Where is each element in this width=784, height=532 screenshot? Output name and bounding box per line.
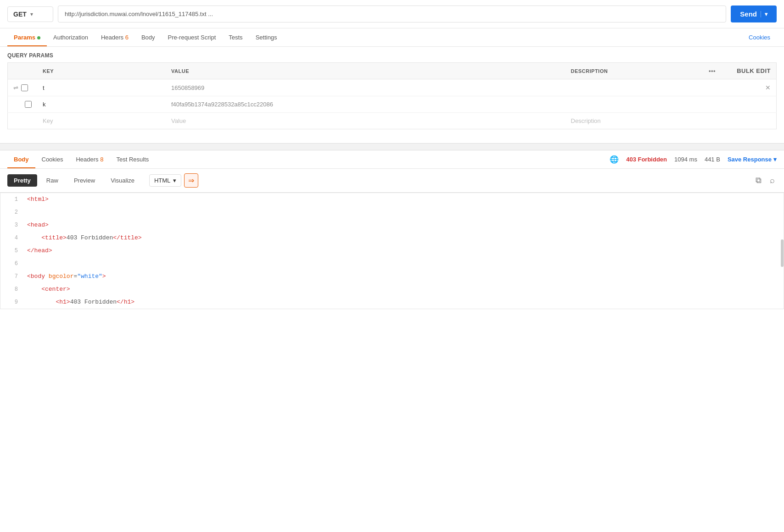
- row1-value[interactable]: 1650858969: [166, 79, 566, 96]
- row2-key[interactable]: k: [37, 96, 166, 113]
- method-chevron-icon: ▾: [30, 11, 33, 17]
- format-tab-visualize[interactable]: Visualize: [104, 174, 141, 187]
- row2-checkbox[interactable]: [25, 101, 32, 108]
- send-chevron-icon: ▾: [761, 11, 767, 17]
- row1-description[interactable]: [566, 79, 694, 96]
- search-button[interactable]: ⌕: [768, 174, 777, 187]
- col-header-bulk: Bulk Edit: [731, 63, 777, 79]
- code-line: 2: [0, 206, 784, 219]
- tab-tests[interactable]: Tests: [222, 28, 249, 46]
- params-dot: [37, 36, 40, 39]
- tab-headers[interactable]: Headers 6: [95, 28, 135, 46]
- send-button[interactable]: Send ▾: [731, 6, 777, 22]
- row1-key[interactable]: t: [37, 79, 166, 96]
- row3-controls: [8, 113, 38, 129]
- tab-authorization[interactable]: Authorization: [47, 28, 95, 46]
- tab-pre-request[interactable]: Pre-request Script: [162, 28, 223, 46]
- filter-icon[interactable]: ⇌: [13, 84, 18, 91]
- request-tab-bar: Params Authorization Headers 6 Body Pre-…: [0, 28, 784, 47]
- status-badge: 403 Forbidden: [626, 156, 667, 163]
- size-badge: 441 B: [705, 156, 720, 163]
- format-chevron-icon: ▾: [173, 177, 176, 184]
- format-tab-preview[interactable]: Preview: [67, 174, 101, 187]
- response-tab-body[interactable]: Body: [7, 150, 35, 168]
- col-header-more: •••: [694, 63, 731, 79]
- table-row: k f40fa95b1374a9228532a85c1cc22086: [8, 96, 777, 113]
- table-row: Key Value Description: [8, 113, 777, 129]
- code-line: 8 <center>: [0, 283, 784, 296]
- response-tab-test-results[interactable]: Test Results: [110, 150, 155, 168]
- code-viewer: 1 <html> 2 3 <head> 4 <title>403 Forbidd…: [0, 193, 784, 309]
- wrap-icon: ⇒: [188, 177, 194, 184]
- row2-description[interactable]: [566, 96, 694, 113]
- row3-description[interactable]: Description: [566, 113, 694, 129]
- code-line: 5 </head>: [0, 244, 784, 257]
- table-row: ⇌ t 1650858969 ✕: [8, 79, 777, 96]
- params-table: KEY VALUE DESCRIPTION ••• Bulk Edit ⇌: [7, 62, 777, 129]
- response-tab-bar: Body Cookies Headers 8 Test Results 🌐 40…: [0, 150, 784, 169]
- query-params-section: Query Params KEY VALUE DESCRIPTION ••• B…: [0, 47, 784, 129]
- tab-params[interactable]: Params: [7, 28, 47, 46]
- row2-delete: [731, 96, 777, 113]
- row3-actions: [694, 113, 731, 129]
- response-tab-headers[interactable]: Headers 8: [69, 150, 110, 168]
- query-params-title: Query Params: [7, 52, 777, 59]
- bulk-edit-button[interactable]: Bulk Edit: [737, 67, 771, 74]
- code-line: 6: [0, 257, 784, 270]
- url-input[interactable]: [58, 6, 726, 22]
- section-divider: [0, 143, 784, 150]
- tab-settings[interactable]: Settings: [249, 28, 284, 46]
- cookies-link[interactable]: Cookies: [742, 28, 777, 46]
- wrap-button[interactable]: ⇒: [184, 173, 198, 188]
- row2-value[interactable]: f40fa95b1374a9228532a85c1cc22086: [166, 96, 566, 113]
- code-line: 1 <html>: [0, 193, 784, 206]
- save-response-button[interactable]: Save Response ▾: [728, 156, 777, 163]
- row1-checkbox[interactable]: [21, 84, 28, 91]
- row3-value[interactable]: Value: [166, 113, 566, 129]
- code-content: 1 <html> 2 3 <head> 4 <title>403 Forbidd…: [0, 193, 784, 309]
- format-bar: Pretty Raw Preview Visualize HTML ▾ ⇒ ⧉ …: [0, 169, 784, 193]
- row3-key[interactable]: Key: [37, 113, 166, 129]
- code-line: 7 <body bgcolor="white">: [0, 270, 784, 283]
- globe-icon: 🌐: [610, 155, 619, 164]
- time-badge: 1094 ms: [674, 156, 697, 163]
- row1-actions: [694, 79, 731, 96]
- tab-body[interactable]: Body: [135, 28, 162, 46]
- response-tab-cookies[interactable]: Cookies: [35, 150, 70, 168]
- format-select[interactable]: HTML ▾: [149, 174, 181, 187]
- top-bar: GET ▾ Send ▾: [0, 0, 784, 28]
- send-label: Send: [740, 10, 757, 18]
- col-header-description: DESCRIPTION: [566, 63, 694, 79]
- response-section: Body Cookies Headers 8 Test Results 🌐 40…: [0, 150, 784, 309]
- method-label: GET: [13, 11, 27, 18]
- row2-actions: [694, 96, 731, 113]
- row2-controls: [8, 96, 38, 113]
- col-header-key: KEY: [37, 63, 166, 79]
- format-tab-raw[interactable]: Raw: [40, 174, 65, 187]
- row1-delete: ✕: [731, 79, 777, 96]
- row1-delete-icon[interactable]: ✕: [765, 84, 771, 91]
- save-response-chevron-icon: ▾: [773, 156, 777, 163]
- more-icon[interactable]: •••: [709, 67, 716, 74]
- copy-button[interactable]: ⧉: [754, 174, 763, 187]
- col-header-value: VALUE: [166, 63, 566, 79]
- col-header-controls: [8, 63, 38, 79]
- code-line: 4 <title>403 Forbidden</title>: [0, 232, 784, 244]
- scrollbar-handle[interactable]: [781, 239, 784, 267]
- format-tab-pretty[interactable]: Pretty: [7, 174, 37, 187]
- code-line: 3 <head>: [0, 219, 784, 232]
- method-select[interactable]: GET ▾: [7, 6, 53, 22]
- row1-controls: ⇌: [8, 79, 38, 96]
- code-line: 9 <h1>403 Forbidden</h1>: [0, 296, 784, 309]
- row3-delete: [731, 113, 777, 129]
